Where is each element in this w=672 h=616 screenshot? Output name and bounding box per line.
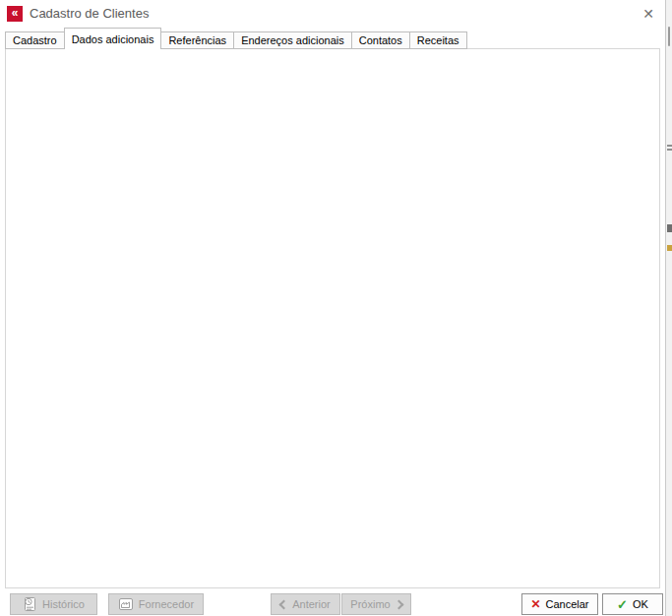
chevron-right-icon xyxy=(394,599,403,609)
close-button[interactable]: ✕ xyxy=(635,2,662,26)
cancelar-button[interactable]: ✕ Cancelar xyxy=(521,593,598,615)
edge-artifact xyxy=(668,27,670,46)
factory-icon xyxy=(118,597,134,611)
anterior-button[interactable]: Anterior xyxy=(271,593,340,615)
cancelar-label: Cancelar xyxy=(546,598,589,610)
fornecedor-button[interactable]: Fornecedor xyxy=(108,593,204,615)
edge-artifact xyxy=(667,224,672,232)
edge-artifact xyxy=(667,149,672,151)
cadastro-clientes-dialog: « Cadastro de Clientes ✕ Cadastro Dados … xyxy=(0,0,672,616)
edge-artifact xyxy=(667,245,672,251)
anterior-label: Anterior xyxy=(292,598,331,610)
tab-cadastro[interactable]: Cadastro xyxy=(5,31,65,49)
cancel-x-icon: ✕ xyxy=(530,597,540,611)
proximo-label: Próximo xyxy=(350,598,390,610)
proximo-button[interactable]: Próximo xyxy=(341,593,411,615)
tab-strip: Cadastro Dados adicionais Referências En… xyxy=(5,28,466,49)
background-window-edge xyxy=(665,0,672,616)
ok-label: OK xyxy=(633,598,648,610)
window-title: Cadastro de Clientes xyxy=(30,6,149,21)
tab-contatos[interactable]: Contatos xyxy=(351,31,410,49)
history-clock-icon xyxy=(23,596,37,612)
fornecedor-label: Fornecedor xyxy=(139,598,194,610)
historico-button[interactable]: Histórico xyxy=(10,593,97,615)
tab-page-dados-adicionais xyxy=(5,48,660,588)
app-logo-icon: « xyxy=(7,6,23,22)
tab-receitas[interactable]: Receitas xyxy=(409,31,467,49)
edge-artifact xyxy=(667,145,672,147)
tab-referencias[interactable]: Referências xyxy=(160,31,234,49)
tab-dados-adicionais[interactable]: Dados adicionais xyxy=(64,28,162,49)
historico-label: Histórico xyxy=(42,598,85,610)
ok-button[interactable]: ✓ OK xyxy=(602,593,663,615)
check-icon: ✓ xyxy=(617,597,628,612)
title-bar: « Cadastro de Clientes ✕ xyxy=(0,0,665,28)
chevron-left-icon xyxy=(279,599,289,609)
tab-enderecos-adicionais[interactable]: Endereços adicionais xyxy=(233,31,352,49)
